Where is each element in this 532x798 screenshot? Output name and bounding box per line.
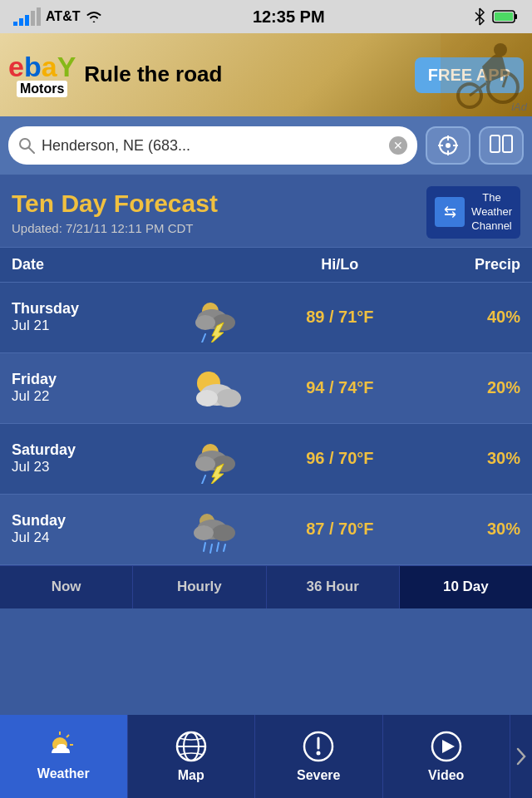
search-icon bbox=[18, 137, 35, 154]
row-date: Sunday Jul 24 bbox=[12, 512, 175, 546]
svg-point-30 bbox=[195, 456, 215, 471]
svg-point-36 bbox=[194, 525, 214, 540]
clock: 12:35 PM bbox=[253, 7, 325, 27]
forecast-header: Ten Day Forecast Updated: 7/21/11 12:11 … bbox=[0, 175, 532, 247]
row-icon bbox=[175, 363, 258, 413]
ebay-b: b bbox=[24, 51, 42, 82]
tab-severe[interactable]: Severe bbox=[255, 715, 383, 798]
search-bar: ✕ bbox=[0, 116, 532, 175]
forecast-title-block: Ten Day Forecast Updated: 7/21/11 12:11 … bbox=[12, 190, 218, 235]
signal-icon bbox=[13, 7, 41, 26]
svg-rect-2 bbox=[495, 12, 513, 21]
row-hilo: 96 / 70°F bbox=[258, 449, 421, 468]
status-bar: AT&T 12:35 PM bbox=[0, 0, 532, 33]
ebay-logo: ebaY Motors bbox=[8, 52, 76, 97]
severe-tab-label: Severe bbox=[297, 768, 341, 783]
battery-icon bbox=[492, 9, 519, 24]
status-right bbox=[474, 7, 519, 26]
svg-line-32 bbox=[202, 475, 205, 484]
bookmarks-button[interactable] bbox=[479, 126, 524, 165]
precip-column-header: Precip bbox=[422, 256, 520, 273]
forecast-table: Thursday Jul 21 89 / 71°F 40% Friday Jul… bbox=[0, 283, 532, 565]
row-precip: 20% bbox=[422, 378, 520, 397]
forecast-title: Ten Day Forecast bbox=[12, 190, 218, 218]
map-tab-label: Map bbox=[178, 768, 204, 783]
more-button[interactable] bbox=[510, 715, 532, 798]
severe-tab-icon bbox=[302, 730, 335, 763]
svg-line-39 bbox=[217, 543, 219, 551]
svg-rect-16 bbox=[503, 135, 512, 152]
arrows-icon: ⇆ bbox=[435, 197, 465, 227]
svg-line-8 bbox=[29, 148, 34, 153]
ebay-y: Y bbox=[57, 51, 76, 82]
svg-line-40 bbox=[224, 544, 225, 551]
svg-rect-15 bbox=[490, 135, 500, 152]
search-input-wrap[interactable]: ✕ bbox=[8, 126, 417, 165]
map-tab-icon bbox=[175, 730, 208, 763]
row-hilo: 94 / 74°F bbox=[258, 378, 421, 397]
weather-channel-label: TheWeatherChannel bbox=[471, 191, 512, 234]
svg-line-37 bbox=[204, 543, 205, 551]
bookmarks-icon bbox=[489, 134, 514, 157]
table-row[interactable]: Friday Jul 22 94 / 74°F 20% bbox=[0, 353, 532, 424]
carrier-label: AT&T bbox=[46, 9, 80, 24]
hilo-column-header: Hi/Lo bbox=[258, 256, 421, 273]
clear-search-button[interactable]: ✕ bbox=[389, 136, 407, 155]
svg-point-50 bbox=[317, 751, 321, 756]
svg-line-22 bbox=[202, 334, 205, 342]
table-row[interactable]: Sunday Jul 24 87 / 70°F 30% bbox=[0, 495, 532, 565]
row-icon bbox=[175, 505, 258, 554]
svg-point-6 bbox=[494, 43, 507, 57]
row-month: Jul 23 bbox=[12, 459, 175, 475]
bluetooth-icon bbox=[474, 7, 485, 26]
row-month: Jul 22 bbox=[12, 388, 175, 405]
row-precip: 30% bbox=[422, 520, 520, 539]
forecast-updated: Updated: 7/21/11 12:11 PM CDT bbox=[12, 221, 218, 235]
crosshair-icon bbox=[436, 134, 460, 157]
svg-point-25 bbox=[216, 389, 241, 407]
svg-point-7 bbox=[20, 139, 30, 149]
row-hilo: 87 / 70°F bbox=[258, 520, 421, 539]
tab-now[interactable]: Now bbox=[0, 565, 133, 608]
row-date: Saturday Jul 23 bbox=[12, 441, 175, 475]
location-button[interactable] bbox=[426, 126, 470, 165]
motors-label: Motors bbox=[17, 81, 67, 97]
table-row[interactable]: Saturday Jul 23 96 / 70°F 30% bbox=[0, 424, 532, 495]
chevron-right-icon bbox=[515, 746, 527, 766]
tab-10day[interactable]: 10 Day bbox=[400, 565, 532, 608]
row-day: Sunday bbox=[12, 512, 175, 530]
weather-tab-label: Weather bbox=[37, 766, 90, 781]
tab-map[interactable]: Map bbox=[128, 715, 256, 798]
ad-banner[interactable]: ebaY Motors Rule the road FREE APP iAd bbox=[0, 33, 532, 116]
wifi-icon bbox=[85, 9, 103, 24]
iad-watermark: iAd bbox=[511, 101, 527, 113]
row-date: Friday Jul 22 bbox=[12, 371, 175, 405]
svg-line-43 bbox=[66, 735, 69, 737]
ebay-e: e bbox=[8, 51, 24, 82]
row-precip: 40% bbox=[422, 308, 520, 327]
row-date: Thursday Jul 21 bbox=[12, 300, 175, 334]
row-month: Jul 21 bbox=[12, 318, 175, 334]
weather-tab-icon bbox=[45, 732, 81, 761]
bottom-tab-bar: Weather Map Severe Video bbox=[0, 715, 532, 798]
svg-point-20 bbox=[195, 315, 215, 330]
nav-tabs: Now Hourly 36 Hour 10 Day bbox=[0, 565, 532, 608]
svg-marker-52 bbox=[442, 740, 455, 753]
row-icon bbox=[175, 434, 258, 484]
video-tab-icon bbox=[430, 730, 463, 763]
date-column-header: Date bbox=[12, 256, 175, 273]
table-row[interactable]: Thursday Jul 21 89 / 71°F 40% bbox=[0, 283, 532, 353]
tab-video[interactable]: Video bbox=[383, 715, 511, 798]
ebay-a: a bbox=[42, 51, 57, 82]
tab-weather[interactable]: Weather bbox=[0, 715, 128, 798]
row-month: Jul 24 bbox=[12, 530, 175, 546]
svg-point-35 bbox=[212, 525, 235, 541]
svg-point-10 bbox=[446, 143, 451, 148]
video-tab-label: Video bbox=[428, 768, 464, 783]
row-icon bbox=[175, 293, 258, 342]
tab-36hour[interactable]: 36 Hour bbox=[267, 565, 400, 608]
weather-channel-badge[interactable]: ⇆ TheWeatherChannel bbox=[426, 186, 520, 239]
search-input[interactable] bbox=[42, 137, 382, 155]
tab-hourly[interactable]: Hourly bbox=[133, 565, 266, 608]
svg-rect-1 bbox=[515, 14, 517, 19]
